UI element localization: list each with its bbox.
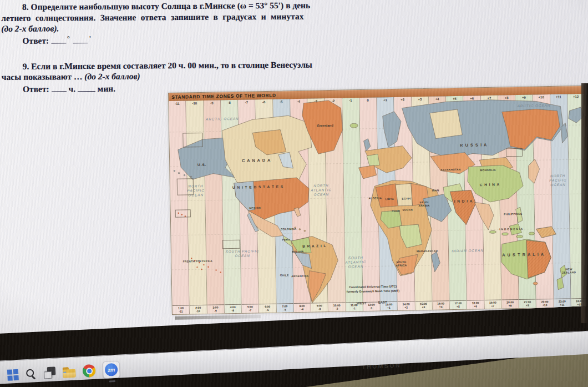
file-explorer-icon[interactable]	[63, 366, 76, 378]
zone-time-bottom: 14:00+2	[398, 301, 415, 310]
task-view-front-window	[44, 371, 52, 379]
zone-time-bottom: 12:000	[363, 301, 380, 311]
zone-time-bottom: 3:00-9	[207, 304, 224, 314]
chrome-icon[interactable]	[83, 364, 96, 378]
zone-offset-top: -3	[307, 99, 324, 103]
q8-minutes-blank	[73, 35, 88, 43]
map-annotation-box	[177, 178, 194, 195]
map-annotation-box	[222, 240, 240, 249]
worksheet-document: 8. Определите наибольшую высоту Солнца в…	[1, 0, 388, 97]
q9-line2-normal: часы показывают …	[2, 72, 83, 82]
zone-time-bottom: 7:00-5	[276, 303, 293, 313]
zone-time-bottom: 13:00+1	[381, 301, 398, 311]
zone-time-bottom: 20:00+8	[501, 299, 519, 309]
zone-time-bottom: 11:00-1	[346, 302, 363, 311]
zone-time-bottom: 19:00+7	[484, 300, 501, 309]
zone-time-bottom: 2:00-10	[190, 305, 207, 314]
zoom-logo-text: zm	[108, 366, 115, 373]
zone-offset-top: +1	[377, 98, 393, 102]
zone-offset-top: -4	[290, 100, 307, 104]
search-icon[interactable]	[26, 368, 37, 380]
zone-offset-top: -9	[204, 101, 220, 105]
map-annotation-box	[175, 209, 191, 217]
zone-offset-top: +6	[463, 97, 480, 100]
map-body: -111:00-11-102:00-10-93:00-9-84:00-8-75:…	[169, 94, 588, 314]
zone-offset-top: -11	[169, 102, 185, 105]
zone-offset-top: -10	[186, 102, 203, 105]
folder-front	[63, 372, 75, 378]
q9-line2: часы показывают … (до 2-х баллов)	[2, 69, 388, 83]
zone-time-bottom: 9:00-3	[311, 303, 328, 312]
monitor-photo: 8. Определите наибольшую высоту Солнца в…	[0, 0, 588, 387]
zoom-app-icon[interactable]: zm	[102, 361, 120, 379]
map-title: STANDARD TIME ZONES OF THE WORLD	[171, 93, 276, 100]
zoom-logo: zm	[105, 363, 118, 376]
zone-offset-top: +7	[481, 97, 498, 100]
q9-hours-blank	[51, 83, 66, 92]
q8-minute-symbol: '	[88, 34, 92, 42]
zone-offset-top: -8	[221, 101, 237, 105]
zone-offset-top: +11	[550, 95, 567, 99]
zone-time-bottom: 10:00-2	[328, 302, 346, 311]
zone-offset-top: -1	[342, 99, 359, 103]
zone-offset-top: +8	[498, 96, 515, 100]
zone-time-bottom: 6:00-6	[259, 304, 276, 313]
zone-time-bottom: 15:00+3	[415, 301, 432, 310]
windows-logo-quadrant	[7, 369, 12, 374]
zone-offset-top: +9	[515, 96, 532, 100]
q8-answer-label: Ответ:	[22, 36, 49, 45]
zone-offset-top: -6	[256, 100, 272, 104]
zone-offset-top: -5	[273, 100, 290, 104]
screen-edge-shadow	[581, 83, 588, 323]
zone-offset-top: +3	[412, 98, 428, 102]
zone-offset-top: -2	[325, 99, 342, 103]
map-annotation-box	[183, 133, 202, 148]
q8-degrees-blank	[51, 35, 66, 43]
windows-logo-quadrant	[13, 375, 18, 380]
timezone-map: STANDARD TIME ZONES OF THE WORLD -111:00…	[168, 86, 588, 315]
zone-offset-top: +2	[394, 98, 410, 102]
zone-time-bottom: 21:00+9	[519, 299, 536, 308]
zoom-active-indicator	[109, 380, 115, 382]
task-view-icon[interactable]	[44, 366, 56, 379]
map-annotation-box	[506, 148, 523, 157]
zone-time-bottom: 16:00+4	[432, 300, 449, 310]
question-8: 8. Определите наибольшую высоту Солнца в…	[1, 0, 388, 49]
q9-hours-label: ч.	[68, 84, 75, 93]
windows-start-icon[interactable]	[7, 369, 19, 380]
zone-time-bottom: 17:00+5	[450, 300, 467, 310]
q9-points-note: (до 2-х баллов)	[84, 71, 140, 81]
zone-offset-top: -7	[238, 100, 255, 104]
q9-minutes-blank	[78, 83, 95, 91]
map-fine-print	[175, 315, 261, 320]
zone-time-bottom: 5:00-7	[242, 304, 259, 313]
zone-time-bottom: 4:00-8	[224, 304, 241, 314]
zone-offset-top: +4	[429, 97, 445, 101]
zone-time-bottom: 23:00+11	[554, 298, 571, 308]
zone-time-bottom: 1:00-11	[173, 305, 190, 314]
windows-logo-quadrant	[13, 369, 18, 374]
q9-minutes-label: мин.	[98, 83, 115, 93]
taskbar-icons: zm	[7, 361, 120, 384]
q8-answer-row: Ответ: ° '	[22, 33, 388, 49]
zone-offset-top: +10	[533, 96, 549, 99]
world-continents-graphic	[169, 94, 588, 314]
zone-time-bottom: 18:00+6	[467, 300, 484, 309]
zone-time-bottom: 8:00-4	[293, 303, 311, 313]
q8-degree-symbol: °	[66, 34, 71, 42]
monitor-screen: 8. Определите наибольшую высоту Солнца в…	[0, 0, 588, 387]
windows-logo-quadrant	[7, 375, 12, 380]
zone-offset-top: +5	[446, 97, 463, 101]
zone-time-bottom: 22:00+10	[536, 299, 554, 308]
q9-answer-label: Ответ:	[23, 84, 49, 93]
zone-offset-top: 0	[359, 98, 376, 102]
